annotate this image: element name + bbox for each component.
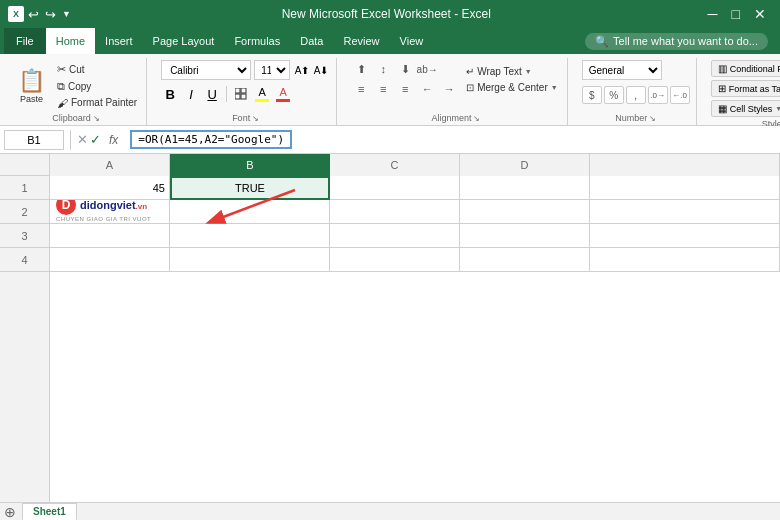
comma-btn[interactable]: , — [626, 86, 646, 104]
alignment-group: ⬆ ↕ ⬇ ab→ ≡ ≡ ≡ ← → ↵ — [345, 58, 568, 125]
number-expand[interactable]: ↘ — [649, 114, 656, 123]
bottom-align-btn[interactable]: ⬇ — [395, 60, 415, 78]
left-align-btn[interactable]: ≡ — [351, 80, 371, 98]
cell-d3[interactable] — [460, 224, 590, 248]
review-menu[interactable]: Review — [333, 28, 389, 54]
fill-color-button[interactable]: A — [253, 85, 271, 103]
right-align-btn[interactable]: ≡ — [395, 80, 415, 98]
close-button[interactable]: ✕ — [748, 6, 772, 22]
col-header-a[interactable]: A — [50, 154, 170, 176]
home-menu[interactable]: Home — [46, 28, 95, 54]
conditional-formatting-btn[interactable]: ▥ Conditional Formatting ▼ — [711, 60, 780, 77]
redo-button[interactable]: ↪ — [45, 7, 56, 22]
wrap-text-button[interactable]: ↵ Wrap Text ▼ — [463, 65, 561, 78]
number-format-select[interactable]: General — [582, 60, 662, 80]
formula-input-area[interactable]: =OR(A1=45,A2="Google") — [126, 128, 776, 151]
col-header-c[interactable]: C — [330, 154, 460, 176]
add-sheet-btn[interactable]: ⊕ — [4, 504, 16, 520]
spreadsheet-container: A B C D 1 2 3 4 — [0, 154, 780, 520]
currency-btn[interactable]: $ — [582, 86, 602, 104]
font-increase-btn[interactable]: A⬆ — [293, 61, 311, 79]
cell-styles-btn[interactable]: ▦ Cell Styles ▼ — [711, 100, 780, 117]
cell-b1[interactable]: TRUE — [170, 176, 330, 200]
row-header-2[interactable]: 2 — [0, 200, 49, 224]
wrap-text-dropdown[interactable]: ▼ — [525, 68, 532, 75]
decimal-dec-btn[interactable]: ←.0 — [670, 86, 690, 104]
font-decrease-btn[interactable]: A⬇ — [312, 61, 330, 79]
formulas-menu[interactable]: Formulas — [224, 28, 290, 54]
cell-a1[interactable]: 45 — [50, 176, 170, 200]
fx-button[interactable]: fx — [105, 133, 122, 147]
cell-a2[interactable]: D didongviet.vn CHUYEN GIAO GIA TRI VUOT… — [50, 200, 170, 224]
cell-c2[interactable] — [330, 200, 460, 224]
bold-button[interactable]: B — [161, 85, 179, 103]
page-layout-menu[interactable]: Page Layout — [143, 28, 225, 54]
underline-button[interactable]: U — [203, 85, 221, 103]
top-align-btn[interactable]: ⬆ — [351, 60, 371, 78]
cell-b3[interactable] — [170, 224, 330, 248]
logo-d-icon: D — [56, 200, 76, 215]
cell-c4[interactable] — [330, 248, 460, 272]
row-header-1[interactable]: 1 — [0, 176, 49, 200]
italic-button[interactable]: I — [182, 85, 200, 103]
cell-b2[interactable] — [170, 200, 330, 224]
sheet-tab-1[interactable]: Sheet1 — [22, 503, 77, 521]
tell-me-text: Tell me what you want to do... — [613, 35, 758, 47]
cell-c1[interactable] — [330, 176, 460, 200]
decimal-inc-btn[interactable]: .0→ — [648, 86, 668, 104]
cut-icon: ✂ — [57, 63, 66, 76]
cell-e4[interactable] — [590, 248, 780, 272]
cell-e1[interactable] — [590, 176, 780, 200]
borders-button[interactable] — [232, 85, 250, 103]
minimize-button[interactable]: ─ — [702, 6, 724, 22]
data-menu[interactable]: Data — [290, 28, 333, 54]
paste-button[interactable]: 📋 Paste — [12, 66, 51, 106]
indent-decrease-btn[interactable]: ← — [417, 80, 437, 98]
cell-d4[interactable] — [460, 248, 590, 272]
indent-increase-btn[interactable]: → — [439, 80, 459, 98]
center-align-btn[interactable]: ≡ — [373, 80, 393, 98]
col-header-d[interactable]: D — [460, 154, 590, 176]
cell-a3[interactable] — [50, 224, 170, 248]
tell-me-bar[interactable]: 🔍 Tell me what you want to do... — [585, 33, 768, 50]
window-title: New Microsoft Excel Worksheet - Excel — [282, 7, 491, 21]
cell-e3[interactable] — [590, 224, 780, 248]
format-as-table-btn[interactable]: ⊞ Format as Table ▼ — [711, 80, 780, 97]
cell-styles-label: Cell Styles — [730, 104, 773, 114]
view-menu[interactable]: View — [390, 28, 434, 54]
cell-e2[interactable] — [590, 200, 780, 224]
font-color-button[interactable]: A — [274, 85, 292, 103]
font-expand[interactable]: ↘ — [252, 114, 259, 123]
cut-button[interactable]: ✂ Cut — [54, 62, 140, 77]
cell-d2[interactable] — [460, 200, 590, 224]
logo-tld: .vn — [136, 202, 148, 211]
formula-box[interactable]: =OR(A1=45,A2="Google") — [130, 130, 292, 149]
clipboard-expand[interactable]: ↘ — [93, 114, 100, 123]
copy-button[interactable]: ⧉ Copy — [54, 79, 140, 94]
merge-dropdown[interactable]: ▼ — [551, 84, 558, 91]
row-header-3[interactable]: 3 — [0, 224, 49, 248]
insert-menu[interactable]: Insert — [95, 28, 143, 54]
merge-center-button[interactable]: ⊡ Merge & Center ▼ — [463, 81, 561, 94]
font-name-select[interactable]: Calibri — [161, 60, 251, 80]
customize-btn[interactable]: ▼ — [62, 9, 71, 19]
cell-c3[interactable] — [330, 224, 460, 248]
confirm-formula-btn[interactable]: ✓ — [90, 132, 101, 147]
font-size-select[interactable]: 11 — [254, 60, 290, 80]
middle-align-btn[interactable]: ↕ — [373, 60, 393, 78]
percent-btn[interactable]: % — [604, 86, 624, 104]
maximize-button[interactable]: □ — [726, 6, 746, 22]
format-painter-button[interactable]: 🖌 Format Painter — [54, 96, 140, 110]
row-header-4[interactable]: 4 — [0, 248, 49, 272]
alignment-expand[interactable]: ↘ — [473, 114, 480, 123]
undo-button[interactable]: ↩ — [28, 7, 39, 22]
cancel-formula-btn[interactable]: ✕ — [77, 132, 88, 147]
logo-cell: D didongviet.vn CHUYEN GIAO GIA TRI VUOT… — [52, 200, 167, 224]
cell-d1[interactable] — [460, 176, 590, 200]
cell-reference-input[interactable] — [4, 130, 64, 150]
cell-b4[interactable] — [170, 248, 330, 272]
cell-a4[interactable] — [50, 248, 170, 272]
col-header-b[interactable]: B — [170, 154, 330, 176]
file-menu[interactable]: File — [4, 28, 46, 54]
orientation-btn[interactable]: ab→ — [417, 60, 437, 78]
